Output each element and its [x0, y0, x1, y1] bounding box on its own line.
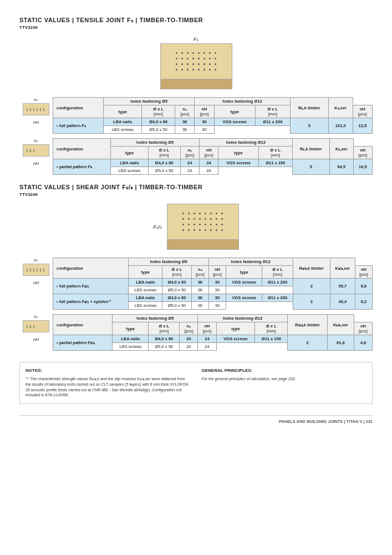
s2-r2b-oxl: Ø5,0 x 50 — [162, 302, 192, 310]
section2-title: STATIC VALUES | SHEAR JOINT F₂/₃ | TIMBE… — [19, 184, 373, 191]
timber2-bottom — [167, 240, 239, 250]
s2-r2-type: LBA nails — [129, 294, 162, 302]
side-labels-4: nᵥ nH — [19, 314, 53, 342]
section1: STATIC VALUES | TENSILE JOINT F₁ | TIMBE… — [19, 17, 373, 175]
type-p1: LBA nails — [111, 159, 148, 167]
s2p-r1-k: 4,8 — [354, 335, 372, 351]
s2-r2-nh: 30 — [208, 294, 226, 302]
s2p-r-header: R₂/₃,k timber — [288, 315, 328, 335]
s2p-oxl-h: Ø x L[mm] — [149, 322, 180, 335]
section1-title: STATIC VALUES | TENSILE JOINT F₁ | TIMBE… — [19, 17, 373, 24]
table-row: • full pattern F₂/₅ LBA nails Ø4,0 x 60 … — [53, 279, 373, 286]
s2-r2-r: 40,4 — [330, 294, 355, 310]
type-header2: type — [111, 147, 148, 159]
table-row: • partial pattern F₂/₅ LBA nails Ø4,0 x … — [53, 335, 373, 343]
notes-right: GENERAL PRINCIPLES: For the general prin… — [202, 368, 367, 398]
s2p-r1-nv: 24 — [180, 335, 198, 343]
nv-cell2: 36 — [175, 126, 194, 134]
partial-pattern-section1: nᵥ nH configuration holes fastenin — [19, 138, 373, 175]
s2-r1b-nh: 30 — [208, 286, 226, 294]
nh2-header: nH[pcs] — [353, 105, 372, 118]
r-header: R₁,k timber — [290, 98, 328, 118]
type-cell2: LBS screws — [104, 126, 142, 134]
col-config-header: configuration — [53, 98, 104, 118]
s2-r1-type: LBA nails — [129, 279, 162, 286]
nh2-header2: nH[pcs] — [353, 147, 372, 159]
col-config-header2: configuration — [53, 139, 111, 159]
r-header2: R₁,k timber — [292, 139, 329, 159]
nh-label: nH — [33, 120, 39, 125]
full-pattern-table-2: configuration holes fastening Ø5 holes f… — [53, 258, 373, 310]
holes-o5-header2: holes fastening Ø5 — [111, 139, 200, 147]
s2-type2-h: type — [226, 266, 262, 279]
oxl-cell2: Ø5,0 x 50 — [142, 126, 175, 134]
s2p-type2-h: type — [216, 322, 255, 335]
s2-holes-o5: holes fastening Ø5 — [129, 258, 208, 266]
type2-p1: VGS screws — [218, 159, 258, 167]
oxl2-header2: Ø x L[mm] — [258, 147, 292, 159]
nh-p1: 24 — [199, 159, 218, 167]
s2p-nv-h: nᵥ[pcs] — [180, 322, 198, 335]
s2p-r1-nh2: 2 — [288, 335, 328, 351]
nv-p2: 24 — [180, 167, 199, 175]
s2-nh2-h: nH[pcs] — [355, 266, 372, 279]
s2-r1-oxl2: Ø11 x 200 — [262, 279, 293, 286]
nv-p1: 24 — [180, 159, 199, 167]
s2-r1b-nv: 36 — [191, 286, 208, 294]
holes-o5-header: holes fastening Ø5 — [104, 98, 195, 105]
table-row: • full pattern F₁ LBA nails Ø4,0 x 60 36… — [53, 118, 373, 126]
nv-label: nᵥ — [34, 97, 38, 102]
s2-r-header: R₂/₃,k timber — [293, 258, 330, 279]
s2-r1-nh: 30 — [208, 279, 226, 286]
nv-label4: nᵥ — [34, 314, 38, 319]
full-pattern-section2: nᵥ nH configuration holes fastening Ø5 h… — [19, 258, 373, 310]
timber-top — [160, 43, 232, 79]
k-cell: 12,5 — [353, 118, 372, 134]
table-row: • full pattern F₂/₅ + xylofon¹⁾ LBA nail… — [53, 294, 373, 302]
k-header2: K₁,ser — [330, 139, 354, 159]
s2-r2b-type: LBS screws — [129, 302, 162, 310]
nh-cell: 30 — [195, 118, 214, 126]
nv-label3: nᵥ — [34, 258, 38, 263]
type-cell: LBA nails — [104, 118, 142, 126]
nh-col-header2: nH[pcs] — [199, 147, 218, 159]
oxl-header2: Ø x L[mm] — [148, 147, 180, 159]
s2p-r2-oxl: Ø5,0 x 50 — [149, 343, 180, 351]
notes-text: ⁽¹⁾ The characteristic strength values R… — [26, 376, 191, 398]
s2-r1-nv: 36 — [191, 279, 208, 286]
type2-header2: type — [218, 147, 258, 159]
oxl-header: Ø x L[mm] — [142, 105, 175, 118]
side-labels-3: nᵥ nH — [19, 258, 53, 285]
s2-r1b-type: LBS screws — [129, 286, 162, 294]
s2p-r1-nh: 24 — [198, 335, 216, 343]
s2p-r1-type2: VGS screws — [216, 335, 255, 343]
full-pattern-table-1: configuration holes fastening Ø5 holes f… — [53, 97, 373, 134]
table-row: • partial pattern F₁ LBA nails Ø4,0 x 60… — [53, 159, 373, 167]
nv-col-header: nᵥ[pcs] — [175, 105, 194, 118]
s2p-r2-nv: 24 — [180, 343, 198, 351]
type-p2: LBS screws — [111, 167, 148, 175]
full-pattern-section1: nᵥ nH configuration holes fastening Ø5 h… — [19, 97, 373, 134]
s2p-r1-oxl: Ø4,0 x 60 — [149, 335, 180, 343]
s2p-r1-r: 61,8 — [327, 335, 354, 351]
notes-title: NOTES: — [26, 368, 191, 373]
nh-cell2: 30 — [195, 126, 214, 134]
f1-label: F₁ — [194, 37, 199, 42]
holes-o12-header: holes fastening Ø12 — [195, 98, 290, 105]
section2: STATIC VALUES | SHEAR JOINT F₂/₃ | TIMBE… — [19, 184, 373, 351]
oxl-p1: Ø4,0 x 60 — [148, 159, 180, 167]
s2p-holes-o12: holes fastening Ø12 — [198, 315, 288, 322]
s2p-r1-oxl2: Ø11 x 150 — [255, 335, 288, 343]
s2p-k-header: K₂/₃,ser — [327, 315, 354, 335]
nv-cell: 36 — [175, 118, 194, 126]
f23-label: F₂/₃ — [154, 224, 162, 230]
s2-type-h: type — [129, 266, 162, 279]
s2p-type-h: type — [113, 322, 149, 335]
section2-subtitle: TTV3240 — [19, 192, 373, 197]
s2-r2b-nv: 36 — [191, 302, 208, 310]
partial-pattern-section2: nᵥ nH configuration holes fastenin — [19, 314, 373, 351]
section2-diagram: F₂/₃ — [19, 204, 373, 250]
s2-config1: • full pattern F₂/₅ — [53, 279, 129, 294]
holes-o12-header2: holes fastening Ø12 — [199, 139, 292, 147]
s2-oxl-h: Ø x L[mm] — [162, 266, 192, 279]
